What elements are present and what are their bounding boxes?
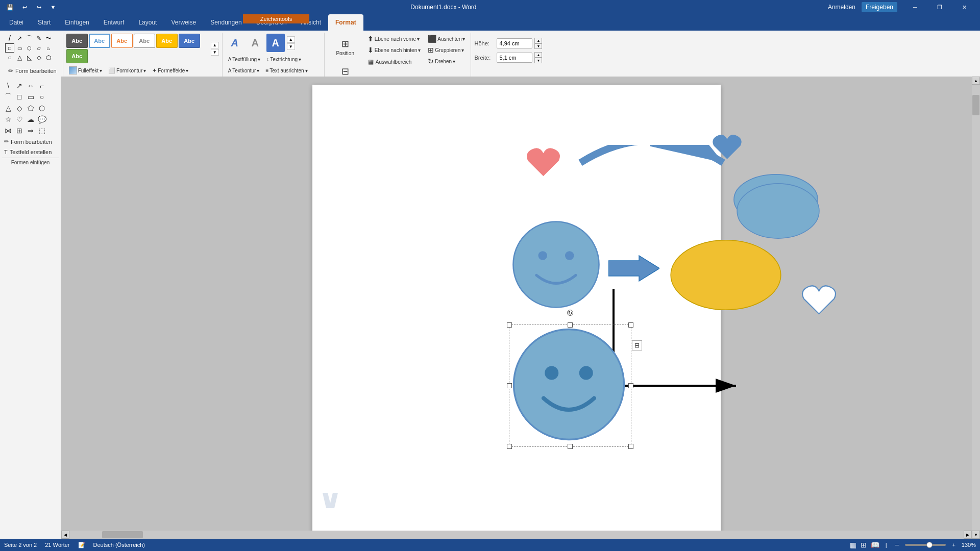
shape-circle[interactable]: ○ xyxy=(5,53,14,62)
more-quick-button[interactable]: ▼ xyxy=(47,1,59,13)
text-ausrichten-dropdown[interactable]: ≡ Text ausrichten ▾ xyxy=(263,65,310,76)
sidebar-textfeld[interactable]: T Textfeld erstellen xyxy=(2,147,59,157)
language-info[interactable]: Deutsch (Österreich) xyxy=(93,542,145,548)
gruppieren-dropdown[interactable]: ⊞ Gruppieren ▾ xyxy=(425,45,468,55)
rotate-handle[interactable]: ↻ xyxy=(567,310,573,316)
style-yellow-fill[interactable]: Abc xyxy=(156,34,178,48)
tab-einfuegen[interactable]: Einfügen xyxy=(58,14,96,31)
tab-verweise[interactable]: Verweise xyxy=(164,14,203,31)
more-styles-down[interactable]: ▼ xyxy=(211,49,219,56)
style-gray[interactable]: Abc xyxy=(134,34,155,48)
tab-datei[interactable]: Datei xyxy=(2,14,31,31)
shape-trapez[interactable]: ⏢ xyxy=(44,43,53,53)
shape-curve[interactable]: ⌒ xyxy=(24,34,34,43)
hexagon-tool[interactable]: ⬡ xyxy=(37,103,47,113)
height-down[interactable]: ▼ xyxy=(534,43,542,49)
shape-pentagon[interactable]: ⬠ xyxy=(44,53,53,62)
undo-button[interactable]: ↩ xyxy=(18,1,31,13)
round-rect-tool[interactable]: ▭ xyxy=(26,92,36,102)
shape-snip-rect[interactable]: ⬡ xyxy=(24,43,34,53)
fuelleffekt-dropdown[interactable]: Fülleffekt ▾ xyxy=(66,65,105,76)
style-blue-fill[interactable]: Abc xyxy=(179,34,200,48)
curved-arrow[interactable] xyxy=(562,145,741,234)
formeffekte-dropdown[interactable]: ✦ Formeffekte ▾ xyxy=(150,65,191,76)
wordart-style-3[interactable]: A xyxy=(266,34,285,52)
flowchart-tool[interactable]: ⬚ xyxy=(37,126,47,136)
star-tool[interactable]: ☆ xyxy=(3,114,13,124)
shape-diamond[interactable]: ◇ xyxy=(34,53,43,62)
tab-start[interactable]: Start xyxy=(31,14,58,31)
drehen-dropdown[interactable]: ↻ Drehen ▾ xyxy=(425,56,468,66)
scroll-right-button[interactable]: ▶ xyxy=(964,531,972,539)
restore-button[interactable]: ❐ xyxy=(928,0,951,14)
zoom-level[interactable]: 130% xyxy=(962,542,976,548)
diamond-tool[interactable]: ◇ xyxy=(14,103,24,113)
wordart-style-2[interactable]: A xyxy=(246,34,264,52)
arrow-right-block[interactable] xyxy=(608,253,659,284)
save-button[interactable]: 💾 xyxy=(4,1,16,13)
banner-tool[interactable]: ⊞ xyxy=(14,126,24,136)
cloud-tool[interactable]: ☁ xyxy=(26,114,36,124)
zoom-out-button[interactable]: ─ xyxy=(893,542,901,548)
textrichtung-dropdown[interactable]: ↕ Textrichtung ▾ xyxy=(264,54,304,64)
heart-tool[interactable]: ♡ xyxy=(14,114,24,124)
triangle-tool[interactable]: △ xyxy=(3,103,13,113)
rect-tool[interactable]: □ xyxy=(14,92,24,102)
blue-ellipse[interactable] xyxy=(736,182,820,240)
shape-parallelogram[interactable]: ▱ xyxy=(34,43,43,53)
position-button[interactable]: ⊞ Position xyxy=(328,34,363,60)
formkontur-dropdown[interactable]: ⬜ Formkontur ▾ xyxy=(106,65,149,76)
block-arrow-tool[interactable]: ⇒ xyxy=(26,126,36,136)
wordart-style-1[interactable]: A xyxy=(226,34,244,52)
right-scrollbar[interactable]: ▲ ▼ xyxy=(972,77,980,539)
sidebar-form-bearbeiten[interactable]: ✏ Form bearbeiten xyxy=(2,137,59,146)
redo-button[interactable]: ↪ xyxy=(33,1,45,13)
tab-entwurf[interactable]: Entwurf xyxy=(96,14,132,31)
tab-format[interactable]: Format xyxy=(328,14,363,31)
arrow-tool[interactable]: ↗ xyxy=(14,81,24,91)
shape-line[interactable]: / xyxy=(5,34,14,43)
width-input[interactable] xyxy=(497,53,532,63)
ebene-hinten-dropdown[interactable]: ⬇ Ebene nach hinten ▾ xyxy=(365,45,423,55)
pentagon-tool[interactable]: ⬠ xyxy=(26,103,36,113)
curve-tool[interactable]: ⌒ xyxy=(3,92,13,102)
ebene-vorne-dropdown[interactable]: ⬆ Ebene nach vorne ▾ xyxy=(365,34,423,44)
tab-layout[interactable]: Layout xyxy=(131,14,164,31)
scroll-down-button[interactable]: ▼ xyxy=(972,531,980,539)
circle-tool[interactable]: ○ xyxy=(37,92,47,102)
callout-tool[interactable]: 💬 xyxy=(37,114,47,124)
handle-bc[interactable] xyxy=(568,444,573,449)
style-orange[interactable]: Abc xyxy=(111,34,133,48)
anmelden-button[interactable]: Anmelden xyxy=(828,4,855,11)
textfuellung-dropdown[interactable]: A Textfüllung ▾ xyxy=(226,54,263,64)
elbow-tool[interactable]: ⌐ xyxy=(37,81,47,91)
textkontur-dropdown[interactable]: A Textkontur ▾ xyxy=(226,65,262,76)
scroll-hthumb[interactable] xyxy=(102,531,143,538)
shape-arrow-line[interactable]: ↗ xyxy=(15,34,24,43)
style-blue-outline[interactable]: Abc xyxy=(89,34,110,48)
width-down[interactable]: ▼ xyxy=(534,58,542,63)
spell-check-icon[interactable]: 📝 xyxy=(78,542,85,548)
view-print[interactable]: ▦ xyxy=(850,541,856,549)
form-bearbeiten-button[interactable]: ✏ Form bearbeiten xyxy=(5,65,60,77)
freigeben-button[interactable]: Freigeben xyxy=(862,2,897,12)
shape-right-triangle[interactable]: ◺ xyxy=(24,53,34,62)
tab-sendungen[interactable]: Sendungen xyxy=(203,14,249,31)
pink-heart[interactable] xyxy=(524,145,562,181)
double-arrow-tool[interactable]: ↔ xyxy=(26,81,36,91)
close-button[interactable]: ✕ xyxy=(952,0,976,14)
shape-rect[interactable]: □ xyxy=(5,43,14,53)
minimize-button[interactable]: ─ xyxy=(903,0,927,14)
height-input[interactable] xyxy=(497,38,532,48)
line-tool[interactable]: \ xyxy=(3,81,13,91)
handle-br[interactable] xyxy=(628,444,633,449)
scroll-left-button[interactable]: ◀ xyxy=(61,531,69,539)
more-styles-up[interactable]: ▲ xyxy=(211,42,219,48)
style-green-fill[interactable]: Abc xyxy=(66,49,88,63)
zoom-in-button[interactable]: + xyxy=(950,542,957,548)
shape-triangle[interactable]: △ xyxy=(15,53,24,62)
scroll-thumb[interactable] xyxy=(972,95,979,115)
zoom-slider[interactable] xyxy=(905,544,946,546)
height-up[interactable]: ▲ xyxy=(534,38,542,43)
shape-scribble[interactable]: 〜 xyxy=(44,34,53,43)
